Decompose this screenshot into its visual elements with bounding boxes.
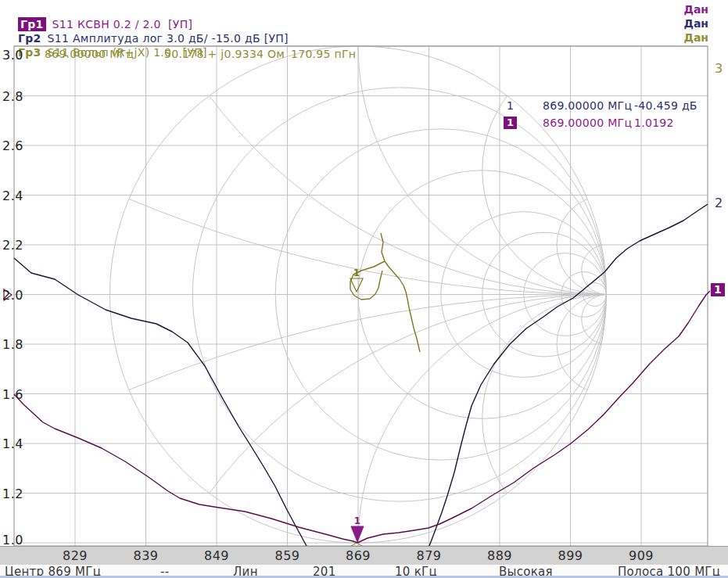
plot-canvas[interactable]: 11	[0, 0, 728, 578]
trace1-data-state: Дан	[668, 3, 708, 16]
y-axis-label: 2.0	[2, 288, 23, 303]
marker1-freq-swr: 869.00000 МГц	[543, 117, 632, 129]
trace1-header[interactable]: Гр1S11 КСВН 0.2 / 2.0 [УП]	[3, 3, 192, 17]
y-axis-label: 3.0	[2, 48, 23, 63]
stimulus-freq: 869.00000 МГц	[45, 48, 134, 60]
y-axis-label: 2.8	[2, 89, 23, 104]
vna-screen: 11 Гр1S11 КСВН 0.2 / 2.0 [УП] Гр2S11 Амп…	[0, 0, 728, 578]
stimulus-inductance: 170.95 пГн	[291, 48, 356, 60]
trace3-header[interactable]: Гр3S11 Вольп (R+jX) 1.0 [УП]	[3, 31, 207, 45]
y-axis-label: 1.4	[2, 436, 23, 451]
x-axis-label: 839	[133, 548, 158, 563]
marker1-num-swr-badge: 1	[504, 117, 517, 129]
y-axis-label: 1.2	[2, 486, 23, 501]
x-axis-label: 909	[629, 548, 654, 563]
svg-text:1: 1	[353, 267, 360, 278]
x-axis-label: 879	[416, 548, 441, 563]
x-axis-label: 829	[63, 548, 88, 563]
y-axis-label: 1.8	[2, 337, 23, 352]
x-axis-label: 889	[487, 548, 512, 563]
y-axis-label: 1.6	[2, 387, 23, 402]
marker1-freq-log: 869.00000 МГц	[543, 99, 632, 112]
marker1-value-log: -40.459 дБ	[634, 99, 698, 112]
status-bar: Центр 869 МГц -- Лин 201 10 кГц Высокая …	[0, 565, 728, 576]
marker1-value-swr: 1.0192	[634, 117, 674, 129]
x-axis-label: 869	[346, 548, 371, 563]
markers[interactable]: 11	[4, 267, 366, 548]
trace2-right-label: 2	[715, 196, 723, 210]
trace3-data-state: Дан	[668, 31, 708, 44]
trace1-right-label: 1	[711, 283, 725, 296]
trace2-header[interactable]: Гр2S11 Амплитуда лог 3.0 дБ/ -15.0 дБ [У…	[3, 17, 289, 31]
x-axis-label: 859	[274, 548, 299, 563]
y-axis-label: 2.6	[2, 138, 23, 153]
marker1-num-log: 1	[507, 99, 514, 112]
trace3-right-label: 3	[715, 61, 723, 76]
svg-text:1: 1	[354, 515, 360, 526]
y-axis-label: 2.2	[2, 238, 23, 253]
y-axis-label: 2.4	[2, 188, 23, 203]
stimulus-impedance: 50.178 + j0.9334 Ом	[164, 48, 285, 60]
x-axis-band: 829839849859869879889899909	[0, 546, 728, 565]
x-axis-label: 849	[204, 548, 229, 563]
trace2-data-state: Дан	[668, 17, 708, 30]
x-axis-label: 899	[558, 548, 583, 563]
